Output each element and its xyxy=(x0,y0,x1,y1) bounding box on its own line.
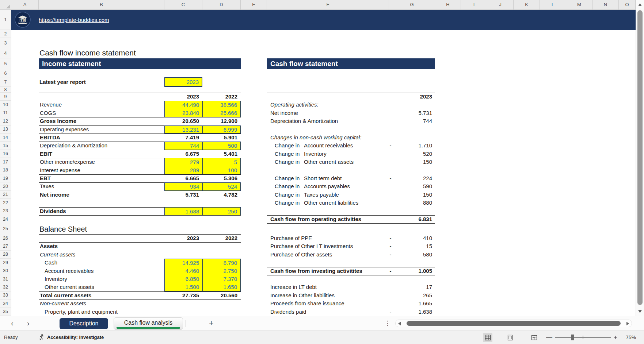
value-2022-cell[interactable]: 250 xyxy=(202,207,241,215)
row-label[interactable]: Operating expenses xyxy=(39,125,89,134)
row-label[interactable]: Assets xyxy=(39,242,58,250)
value-2023-cell[interactable]: 1.710 xyxy=(388,142,432,150)
row-header-12[interactable]: 12 xyxy=(0,117,11,125)
row-header-18[interactable]: 18 xyxy=(0,166,11,174)
row-label[interactable]: EBITDA xyxy=(39,134,60,142)
row-sublabel[interactable]: Account receivables xyxy=(304,142,353,150)
row-label[interactable]: Increace in LT debt xyxy=(270,283,317,291)
value-2023-cell[interactable]: 289 xyxy=(164,166,202,174)
value-2023-cell[interactable]: 44.490 xyxy=(164,101,202,109)
row-header-1[interactable]: 1 xyxy=(0,10,11,30)
row-sublabel[interactable]: Other current assets xyxy=(304,158,354,166)
value-2023-cell[interactable]: 5.731 xyxy=(164,191,202,199)
row-header-28[interactable]: 28 xyxy=(0,251,11,259)
value-2023-cell[interactable]: 279 xyxy=(164,158,202,166)
column-header-C[interactable]: C xyxy=(164,0,202,9)
row-label[interactable]: Dividends paid xyxy=(270,308,306,316)
value-2023-cell[interactable]: 520 xyxy=(388,150,432,158)
value-2022-cell[interactable]: 2022 xyxy=(202,93,241,101)
row-header-19[interactable]: 19 xyxy=(0,174,11,182)
row-header-15[interactable]: 15 xyxy=(0,142,11,150)
sheet-tab-cash-flow-analysis[interactable]: Cash flow analysis xyxy=(114,317,183,330)
value-2022-cell[interactable]: 38.566 xyxy=(202,101,241,109)
column-header-F[interactable]: F xyxy=(267,0,389,9)
row-header-13[interactable]: 13 xyxy=(0,125,11,134)
value-2023-cell[interactable]: 934 xyxy=(164,182,202,190)
value-2022-cell[interactable]: 100 xyxy=(202,166,241,174)
select-all-corner[interactable] xyxy=(0,0,11,9)
value-2023-cell[interactable]: 1.500 xyxy=(164,283,202,291)
row-sublabel[interactable]: Short term debt xyxy=(304,174,342,182)
value-2023-cell[interactable]: 590 xyxy=(388,182,432,190)
row-label[interactable]: Interest expense xyxy=(39,166,80,174)
horizontal-scrollbar-thumb[interactable] xyxy=(407,321,621,326)
prev-sheet-arrow[interactable]: ‹ xyxy=(11,316,14,331)
row-label[interactable]: Revenue xyxy=(39,101,62,109)
row-header-21[interactable]: 21 xyxy=(0,191,11,199)
row-label[interactable]: Change in xyxy=(275,142,300,150)
vertical-scrollbar-thumb[interactable] xyxy=(637,10,643,305)
row-label[interactable]: Net income xyxy=(270,109,298,117)
value-2023-cell[interactable]: 1.638 xyxy=(164,207,202,215)
value-2023-cell[interactable]: 6.831 xyxy=(388,215,432,223)
row-header-4[interactable]: 4 xyxy=(0,48,11,58)
value-2023-cell[interactable]: 1.665 xyxy=(388,299,432,308)
scroll-down-icon[interactable] xyxy=(638,310,642,313)
row-label[interactable]: Current assets xyxy=(39,251,76,259)
row-header-22[interactable]: 22 xyxy=(0,199,11,207)
row-header-30[interactable]: 30 xyxy=(0,267,11,275)
value-2022-cell[interactable]: 1.650 xyxy=(202,283,241,291)
next-sheet-arrow[interactable]: › xyxy=(27,316,30,331)
row-label[interactable]: Depreciation & Amortization xyxy=(39,142,107,150)
row-label[interactable]: Changes in non-cash working capital: xyxy=(270,134,361,142)
row-label[interactable]: Purchase of Other assets xyxy=(270,251,332,259)
row-label[interactable]: Inventory xyxy=(39,275,67,283)
column-header-O[interactable]: O xyxy=(619,0,636,9)
row-header-20[interactable]: 20 xyxy=(0,182,11,190)
row-header-26[interactable]: 26 xyxy=(0,234,11,242)
value-2022-cell[interactable]: 2022 xyxy=(202,234,241,242)
column-header-D[interactable]: D xyxy=(202,0,241,9)
value-2022-cell[interactable]: 5.401 xyxy=(202,150,241,158)
row-header-10[interactable]: 10 xyxy=(0,101,11,109)
value-2022-cell[interactable]: 8.790 xyxy=(202,259,241,267)
row-header-25[interactable]: 25 xyxy=(0,223,11,234)
value-2023-cell[interactable]: 6.850 xyxy=(164,275,202,283)
value-2023-cell[interactable]: 744 xyxy=(388,117,432,125)
row-label[interactable]: Increase in Other liabilities xyxy=(270,291,335,299)
vertical-scrollbar[interactable] xyxy=(636,0,644,316)
row-label[interactable]: Property, plant and equipment xyxy=(39,308,118,316)
row-header-6[interactable]: 6 xyxy=(0,69,11,77)
row-header-14[interactable]: 14 xyxy=(0,134,11,142)
value-2022-cell[interactable]: 5.306 xyxy=(202,174,241,182)
row-label[interactable]: Change in xyxy=(275,199,300,207)
value-2022-cell[interactable]: 5.901 xyxy=(202,134,241,142)
row-label[interactable]: Cash flow from investing activitites xyxy=(270,267,362,275)
value-2023-cell[interactable]: 6.665 xyxy=(164,174,202,182)
value-2023-cell[interactable]: 14.925 xyxy=(164,259,202,267)
value-2023-cell[interactable]: 2023 xyxy=(164,93,202,101)
value-2023-cell[interactable]: 150 xyxy=(388,191,432,199)
scroll-up-icon[interactable] xyxy=(638,3,642,6)
row-label[interactable]: Account receivables xyxy=(39,267,94,275)
zoom-slider-thumb[interactable] xyxy=(571,335,574,340)
value-2023-cell[interactable]: 6.675 xyxy=(164,150,202,158)
value-2022-cell[interactable]: 4.782 xyxy=(202,191,241,199)
page-layout-view-button[interactable] xyxy=(505,333,515,342)
row-label[interactable]: Change in xyxy=(275,174,300,182)
row-header-24[interactable]: 24 xyxy=(0,215,11,223)
accessibility-status[interactable]: Accessibility: Investigate xyxy=(39,331,104,344)
value-2023-cell[interactable]: 1.638 xyxy=(388,308,432,316)
value-2023-cell[interactable]: 580 xyxy=(388,251,432,259)
column-header-L[interactable]: L xyxy=(540,0,566,9)
row-header-29[interactable]: 29 xyxy=(0,259,11,267)
add-sheet-button[interactable]: + xyxy=(209,316,214,331)
page-break-preview-button[interactable] xyxy=(529,333,539,342)
row-header-3[interactable]: 3 xyxy=(0,38,11,48)
row-header-2[interactable]: 2 xyxy=(0,30,11,38)
value-2022-cell[interactable]: 20.560 xyxy=(202,291,241,299)
scroll-right-icon[interactable] xyxy=(626,322,629,325)
row-label[interactable]: Other current assets xyxy=(39,283,94,291)
value-2022-cell[interactable]: 7.370 xyxy=(202,275,241,283)
row-label[interactable]: Total current assets xyxy=(39,291,91,299)
